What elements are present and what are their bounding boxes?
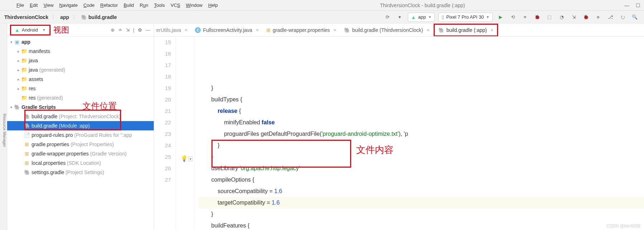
menu-navigate[interactable]: Navigate — [56, 1, 80, 9]
annotation-file-content: 文件内容 — [356, 144, 393, 155]
tree-node-manifests: ▸📁manifests — [7, 47, 154, 56]
coverage-icon[interactable]: ⬚ — [545, 13, 554, 21]
gradle-icon: 🐘 — [24, 123, 30, 129]
run-config-selector[interactable]: ▲ app ▼ — [408, 13, 435, 22]
close-icon[interactable]: × — [426, 27, 429, 33]
tree-node-gradle-properties: ⊞gradle.properties (Project Properties) — [7, 140, 154, 149]
collapse-icon[interactable]: ⇲ — [126, 27, 130, 33]
close-icon[interactable]: × — [185, 27, 187, 33]
menu-refactor[interactable]: Refactor — [97, 1, 121, 9]
properties-icon: ⊞ — [266, 27, 271, 33]
breadcrumb-project[interactable]: ThirdversionClock — [1, 14, 51, 20]
menu-edit[interactable]: Edit — [27, 1, 40, 9]
intention-bulb-icon[interactable]: 💡 — [181, 155, 188, 162]
tree-node-java: ▸📁java — [7, 56, 154, 65]
tree-node-settings-gradle: 🐘settings.gradle (Project Settings) — [7, 168, 154, 177]
close-icon[interactable]: × — [490, 27, 493, 33]
gradle-icon: 🐘 — [24, 169, 30, 175]
attach-icon[interactable]: ⇲ — [569, 13, 578, 21]
tree-node-java-generated: ▸📁java (generated) — [7, 65, 154, 75]
annotation-view: 视图 — [53, 25, 69, 35]
expand-icon[interactable]: ≐ — [118, 27, 122, 33]
breadcrumb-file[interactable]: 🐘build.gradle — [78, 14, 120, 20]
tree-node-build-gradle-module: 🐘build.gradle (Module :app) — [7, 121, 154, 130]
sync-icon[interactable]: ⟳ — [383, 13, 392, 21]
maximize-button[interactable]: ☐ — [636, 3, 640, 8]
menu-tools[interactable]: Tools — [151, 1, 168, 9]
breadcrumb-module[interactable]: app — [57, 14, 72, 20]
class-icon: C — [195, 27, 201, 33]
attach-debugger-icon[interactable]: 🐞 — [582, 13, 590, 21]
folder-icon: 📁 — [21, 48, 27, 54]
tab-wrapper-properties[interactable]: ⊞gradle-wrapper.properties× — [263, 24, 340, 37]
menu-code[interactable]: Code — [81, 1, 97, 9]
window-title: ThirdversionClock - build.gradle (:app) — [221, 3, 624, 8]
profile-icon[interactable]: ◔ — [557, 13, 566, 21]
folder-icon: 📁 — [21, 58, 27, 63]
dropdown-arrow-icon[interactable]: ▾ — [396, 13, 404, 21]
tool-window-stripe[interactable]: Resource Manager — [0, 24, 7, 230]
project-tool-window: ▲ Android ▼ 视图 ⊕ ≐ ⇲ | ✿ — ▾▣app ▸📁manif… — [7, 24, 154, 230]
device-icon: ▯ — [442, 14, 444, 20]
gradle-icon: 🐘 — [14, 104, 20, 110]
intention-dropdown-icon[interactable]: ▾ — [189, 157, 192, 161]
project-tree[interactable]: ▾▣app ▸📁manifests ▸📁java ▸📁java (generat… — [7, 37, 154, 230]
git-icon[interactable]: ⎇ — [606, 13, 615, 21]
menu-window[interactable]: Window — [183, 1, 205, 9]
editor-tabs: erUtils.java× CFullscreenActivity.java× … — [154, 24, 644, 37]
tab-erutils[interactable]: erUtils.java× — [154, 24, 191, 37]
debug-button[interactable]: 🐞 — [533, 13, 542, 21]
tab-fullscreenactivity[interactable]: CFullscreenActivity.java× — [191, 24, 263, 37]
tab-build-gradle-app[interactable]: 🐘build.gradle (:app)× — [434, 24, 498, 37]
properties-icon: ⊞ — [24, 142, 30, 147]
line-gutter[interactable]: 15161718192021222324252627 — [154, 37, 176, 230]
editor-area: erUtils.java× CFullscreenActivity.java× … — [154, 24, 644, 230]
hide-icon[interactable]: — — [146, 27, 150, 33]
tree-node-gradle-scripts: ▾🐘Gradle Scripts — [7, 102, 154, 112]
gradle-icon: 🐘 — [24, 114, 30, 119]
chevron-down-icon: ▼ — [428, 15, 431, 19]
menu-vcs[interactable]: VCS — [168, 1, 183, 9]
chevron-down-icon: ▼ — [42, 28, 46, 32]
menu-view[interactable]: View — [40, 1, 56, 9]
project-view-selector[interactable]: ▲ Android ▼ — [10, 25, 51, 35]
menu-bar: File Edit View Navigate Code Refactor Bu… — [0, 0, 644, 11]
tree-node-local-properties: ⊞local.properties (SDK Location) — [7, 158, 154, 168]
gradle-icon: 🐘 — [344, 27, 350, 33]
folder-icon: 📁 — [21, 95, 27, 101]
android-icon: ▲ — [411, 14, 416, 20]
tree-node-res-generated: 📁res (generated) — [7, 93, 154, 102]
tree-node-assets: ▸📁assets — [7, 75, 154, 84]
module-icon: ▣ — [14, 39, 20, 45]
navigation-bar: ThirdversionClock 〉 app 〉 🐘build.gradle … — [0, 11, 644, 24]
properties-icon: ⊞ — [24, 160, 30, 166]
tab-build-gradle-project[interactable]: 🐘build.gradle (ThirdversionClock)× — [340, 24, 434, 37]
close-icon[interactable]: × — [256, 27, 259, 33]
settings-icon[interactable]: ✿ — [138, 27, 142, 33]
tree-node-res: ▸📁res — [7, 84, 154, 93]
folder-icon: 📁 — [21, 76, 27, 82]
menu-help[interactable]: Help — [205, 1, 221, 9]
run-button[interactable]: ▶ — [496, 13, 505, 21]
device-selector[interactable]: ▯ Pixel 7 Pro API 30 ▼ — [438, 13, 493, 22]
file-icon: 📄 — [24, 132, 30, 138]
folder-icon: 📁 — [21, 86, 27, 91]
menu-build[interactable]: Build — [121, 1, 137, 9]
menu-run[interactable]: Run — [137, 1, 151, 9]
menu-file[interactable]: File — [14, 1, 27, 9]
tree-node-app: ▾▣app — [7, 37, 154, 47]
code-editor[interactable]: 文件内容 } buildTypes { release { minifyEnab… — [195, 37, 644, 230]
search-icon[interactable]: 🔍 — [630, 13, 639, 21]
step-icon[interactable]: ≡ — [521, 13, 529, 21]
update-icon[interactable]: ⭮ — [618, 13, 627, 21]
locate-icon[interactable]: ⊕ — [111, 27, 115, 33]
close-icon[interactable]: × — [334, 27, 337, 33]
chevron-icon: 〉 — [72, 14, 78, 20]
tree-node-wrapper-properties: ⊞gradle-wrapper.properties (Gradle Versi… — [7, 149, 154, 158]
tree-node-build-gradle-project: 🐘build.gradle (Project: ThirdversionCloc… — [7, 112, 154, 121]
tree-node-proguard: 📄proguard-rules.pro (ProGuard Rules for … — [7, 130, 154, 140]
chevron-icon: 〉 — [51, 14, 57, 20]
minimize-button[interactable]: — — [624, 3, 629, 8]
stop-button[interactable]: ■ — [594, 13, 602, 21]
rerun-icon[interactable]: ⟲ — [509, 13, 517, 21]
